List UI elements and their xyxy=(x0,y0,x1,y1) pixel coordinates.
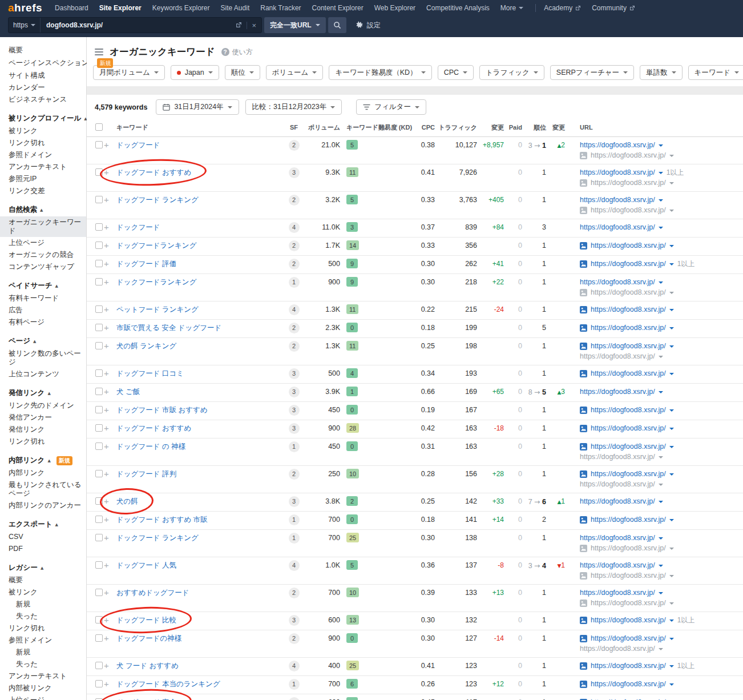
url-link[interactable]: https://dogfood8.xsrv.jp/ xyxy=(580,589,655,597)
url-link[interactable]: https://dogfood8.xsrv.jp/ xyxy=(591,470,666,478)
filter-button-ボリューム[interactable]: ボリューム xyxy=(266,65,324,80)
column-header-1[interactable]: SF xyxy=(285,120,303,135)
url-link[interactable]: https://dogfood8.xsrv.jp/ xyxy=(591,305,666,314)
sidebar-item-ページインスペクション[interactable]: ページインスペクション新規 xyxy=(0,57,86,70)
nav-item-academy[interactable]: Academy xyxy=(544,4,581,12)
add-keyword-icon[interactable]: + xyxy=(104,320,116,336)
sidebar-item-内部リンクのアンカー[interactable]: 内部リンクのアンカー xyxy=(0,500,86,512)
keyword-link[interactable]: ドックフード ランキング xyxy=(116,534,199,542)
nav-item-rank-tracker[interactable]: Rank Tracker xyxy=(260,4,301,12)
add-keyword-icon[interactable]: + xyxy=(104,219,116,235)
url-link[interactable]: https://dogfood8.xsrv.jp/ xyxy=(591,179,666,187)
keyword-link[interactable]: おすすめドッグフード xyxy=(116,589,189,597)
url-link[interactable]: https://dogfood8.xsrv.jp/ xyxy=(591,206,666,215)
url-link[interactable]: https://dogfood8.xsrv.jp/ xyxy=(580,561,655,570)
add-keyword-icon[interactable]: + xyxy=(104,384,116,400)
url-link[interactable]: https://dogfood8.xsrv.jp/ xyxy=(580,278,655,287)
chevron-down-icon[interactable] xyxy=(659,456,663,458)
keyword-link[interactable]: ドックフード xyxy=(116,223,160,231)
keyword-link[interactable]: 犬 フード おすすめ xyxy=(116,662,179,670)
chevron-down-icon[interactable] xyxy=(669,409,674,412)
column-header-6[interactable]: 変更 xyxy=(479,120,506,135)
chevron-down-icon[interactable] xyxy=(659,537,663,540)
chevron-down-icon[interactable] xyxy=(669,683,674,686)
sidebar-item-新規[interactable]: 新規 xyxy=(0,646,86,658)
column-header-3[interactable]: キーワード難易度 (KD) xyxy=(342,120,414,135)
protocol-dropdown[interactable]: https xyxy=(9,18,41,33)
nav-item-dashboard[interactable]: Dashboard xyxy=(55,4,88,12)
url-link[interactable]: https://dogfood8.xsrv.jp/ xyxy=(580,388,655,396)
chevron-down-icon[interactable] xyxy=(669,210,674,212)
sidebar-item-上位ページ[interactable]: 上位ページ xyxy=(0,237,86,249)
sidebar-item-csv[interactable]: CSV xyxy=(0,531,86,543)
compare-date-button[interactable]: 比較：31日12月2023年 xyxy=(245,99,342,115)
add-keyword-icon[interactable]: + xyxy=(104,274,116,290)
ahrefs-logo[interactable]: ahrefs xyxy=(8,2,42,14)
sidebar-item-概要[interactable]: 概要 xyxy=(0,45,86,57)
date-picker-button[interactable]: 31日1月2024年 xyxy=(156,99,239,115)
select-all-checkbox[interactable] xyxy=(95,123,103,131)
keyword-link[interactable]: ドッグフードの神様 xyxy=(116,634,181,642)
row-checkbox[interactable] xyxy=(95,260,103,267)
sidebar-item-被リンク数の多いページ[interactable]: 被リンク数の多いページ xyxy=(0,348,86,368)
add-keyword-icon[interactable]: + xyxy=(104,557,116,573)
add-keyword-icon[interactable]: + xyxy=(104,365,116,381)
add-keyword-icon[interactable]: + xyxy=(104,466,116,482)
sidebar-item-リンク交差[interactable]: リンク交差 xyxy=(0,185,86,197)
keyword-link[interactable]: ドッグフード 評価 xyxy=(116,260,176,268)
row-checkbox[interactable] xyxy=(95,388,103,395)
chevron-down-icon[interactable] xyxy=(669,575,674,577)
chevron-down-icon[interactable] xyxy=(659,199,663,202)
row-checkbox[interactable] xyxy=(95,680,103,687)
chevron-down-icon[interactable] xyxy=(669,373,674,375)
keyword-link[interactable]: ドッグフード 評判 xyxy=(116,470,176,478)
row-checkbox[interactable] xyxy=(95,369,103,377)
row-checkbox[interactable] xyxy=(95,141,103,148)
url-link[interactable]: https://dogfood8.xsrv.jp/ xyxy=(591,424,666,433)
column-header-8[interactable]: 順位 xyxy=(524,120,548,135)
add-keyword-icon[interactable]: + xyxy=(104,612,116,628)
chevron-down-icon[interactable] xyxy=(659,484,663,486)
keyword-link[interactable]: ドッグフード 人気 xyxy=(116,561,176,569)
chevron-down-icon[interactable] xyxy=(669,292,674,294)
sidebar-section-レガシー[interactable]: レガシー▲ xyxy=(0,561,86,574)
sidebar-item-広告[interactable]: 広告 xyxy=(0,304,86,316)
column-header-4[interactable]: CPC xyxy=(414,120,437,135)
sidebar-item-リンク切れ[interactable]: リンク切れ xyxy=(0,436,86,448)
url-link[interactable]: https://dogfood8.xsrv.jp/ xyxy=(591,260,666,268)
keyword-link[interactable]: ドッグフード 本当のランキング xyxy=(116,680,220,688)
search-button[interactable] xyxy=(328,17,346,33)
sidebar-item-被リンク[interactable]: 被リンク xyxy=(0,586,86,598)
nav-item-site-explorer[interactable]: Site Explorer xyxy=(99,4,142,12)
external-link-icon[interactable] xyxy=(236,20,242,30)
keyword-link[interactable]: ドッグフード おすすめ xyxy=(116,168,191,176)
chevron-down-icon[interactable] xyxy=(669,602,674,605)
row-checkbox[interactable] xyxy=(95,497,103,505)
filter-button-serpフィーチャー[interactable]: SERPフィーチャー xyxy=(550,65,634,80)
add-keyword-icon[interactable]: + xyxy=(104,630,116,646)
keyword-link[interactable]: ドッグフード 市販 おすすめ xyxy=(116,406,208,414)
chevron-down-icon[interactable] xyxy=(669,619,674,622)
row-checkbox[interactable] xyxy=(95,424,103,432)
url-link[interactable]: https://dogfood8.xsrv.jp/ xyxy=(591,572,666,580)
url-link[interactable]: https://dogfood8.xsrv.jp/ xyxy=(580,534,655,542)
filter-button-cpc[interactable]: CPC xyxy=(438,65,474,80)
sidebar-item-最もリンクされているページ[interactable]: 最もリンクされているページ xyxy=(0,479,86,500)
url-link[interactable]: https://dogfood8.xsrv.jp/ xyxy=(580,141,655,150)
url-link[interactable]: https://dogfood8.xsrv.jp/ xyxy=(580,480,655,489)
add-keyword-icon[interactable]: + xyxy=(104,493,116,509)
chevron-down-icon[interactable] xyxy=(669,182,674,184)
chevron-down-icon[interactable] xyxy=(669,428,674,430)
nav-item-content-explorer[interactable]: Content Explorer xyxy=(312,4,364,12)
row-checkbox[interactable] xyxy=(95,242,103,249)
url-link[interactable]: https://dogfood8.xsrv.jp/ xyxy=(580,497,655,506)
sidebar-section-ページ[interactable]: ページ▲ xyxy=(0,335,86,348)
url-link[interactable]: https://dogfood8.xsrv.jp/ xyxy=(591,599,666,608)
row-checkbox[interactable] xyxy=(95,516,103,523)
add-keyword-icon[interactable]: + xyxy=(104,676,116,692)
row-checkbox[interactable] xyxy=(95,589,103,596)
keyword-link[interactable]: ドッグフード ランキング xyxy=(116,196,199,204)
keyword-link[interactable]: ペットフード ランキング xyxy=(116,305,199,313)
url-link[interactable]: https://dogfood8.xsrv.jp/ xyxy=(580,196,655,204)
sidebar-item-参照ドメイン[interactable]: 参照ドメイン xyxy=(0,634,86,646)
